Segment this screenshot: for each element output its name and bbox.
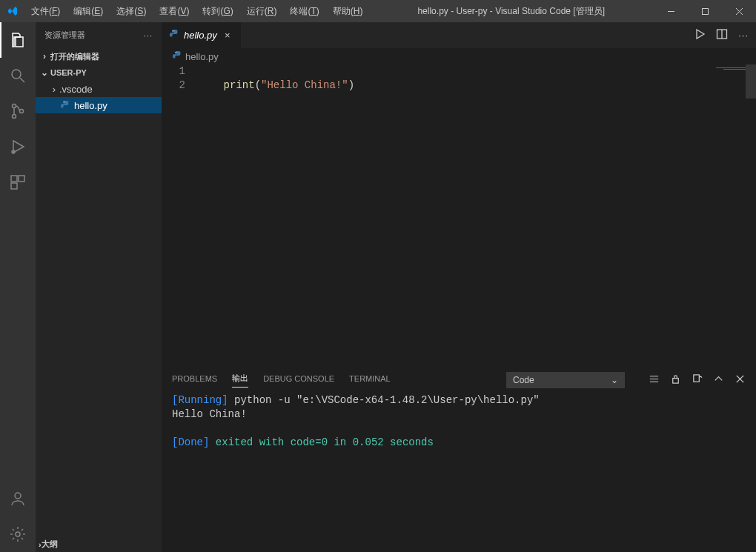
sidebar-more-icon[interactable]: ··· [144,31,153,40]
open-editors-section[interactable]: › 打开的编辑器 [36,48,162,64]
menu-help[interactable]: 帮助(H) [327,0,369,22]
workspace-section[interactable]: ⌄ USER-PY [36,64,162,81]
menu-selection[interactable]: 选择(S) [110,0,152,22]
output-running-tag: [Running] [172,394,228,406]
line-number: 2 [162,79,185,93]
svg-point-12 [173,30,173,31]
word-wrap-icon[interactable] [649,373,660,386]
svg-rect-16 [694,375,700,382]
breadcrumb[interactable]: hello.py [162,48,756,64]
output-done-tag: [Done] [172,436,209,448]
menu-terminal[interactable]: 终端(T) [284,0,325,22]
more-actions-icon[interactable]: ··· [738,30,749,41]
activity-explorer-icon[interactable] [0,22,36,58]
output-time: 0.052 [353,436,384,448]
python-file-icon [172,50,182,63]
file-tree: › .vscode hello.py [36,81,162,113]
tree-file-hello-py[interactable]: hello.py [36,97,162,113]
panel-close-icon[interactable] [735,373,746,386]
output-running-cmd: python -u "e:\VSCode-x64-1.48.2\User-py\… [228,394,540,406]
svg-point-3 [13,115,16,119]
svg-point-9 [15,493,21,499]
split-editor-icon[interactable] [716,28,728,42]
lock-scroll-icon[interactable] [670,373,681,386]
editor-scrollbar[interactable] [746,64,756,367]
svg-point-10 [16,532,20,536]
line-number-gutter: 1 2 [162,64,199,367]
window-title: hello.py - User-py - Visual Studio Code … [368,5,654,18]
chevron-right-icon: › [49,84,59,95]
breadcrumb-label: hello.py [185,51,219,62]
window-controls [654,0,756,22]
activity-search-icon[interactable] [0,58,36,93]
menu-bar: 文件(F) 编辑(E) 选择(S) 查看(V) 转到(G) 运行(R) 终端(T… [25,0,368,22]
svg-point-1 [12,70,21,79]
panel-collapse-icon[interactable] [713,373,724,386]
tree-item-label: .vscode [59,84,93,95]
output-panel-body[interactable]: [Running] python -u "e:\VSCode-x64-1.48.… [162,392,756,552]
menu-file[interactable]: 文件(F) [25,0,66,22]
activity-extensions-icon[interactable] [0,164,36,200]
tree-folder-vscode[interactable]: › .vscode [36,81,162,97]
bottom-panel: PROBLEMS 输出 DEBUG CONSOLE TERMINAL Code … [162,367,756,552]
run-file-icon[interactable] [694,28,706,42]
scrollbar-thumb[interactable] [746,64,756,99]
python-file-icon [59,99,71,111]
menu-view[interactable]: 查看(V) [153,0,195,22]
activity-source-control-icon[interactable] [0,93,36,129]
clear-output-icon[interactable] [692,373,703,386]
chevron-down-icon: ⌄ [39,67,50,78]
chevron-down-icon: ⌄ [611,375,618,385]
minimap[interactable] [701,67,746,72]
panel-tab-debug-console[interactable]: DEBUG CONSOLE [263,374,334,386]
vscode-app-icon [0,5,25,17]
activity-bar [0,22,36,552]
window-maximize-button[interactable] [688,0,722,22]
tab-label: hello.py [184,30,217,41]
panel-tab-terminal[interactable]: TERMINAL [349,374,391,386]
window-close-button[interactable] [722,0,756,22]
editor-tab-hello-py[interactable]: hello.py × [162,22,242,48]
output-text: seconds [384,436,434,448]
title-bar: 文件(F) 编辑(E) 选择(S) 查看(V) 转到(G) 运行(R) 终端(T… [0,0,756,22]
output-stdout: Hello China! [172,408,247,420]
panel-tab-output[interactable]: 输出 [232,373,248,388]
menu-run[interactable]: 运行(R) [241,0,283,22]
editor-tab-bar: hello.py × ··· [162,22,756,48]
output-exit-code: code=0 [291,436,328,448]
output-text: exited with [209,436,290,448]
svg-rect-0 [702,8,708,14]
python-file-icon [169,29,179,41]
code-lines[interactable]: print("Hello China!") [199,64,756,367]
panel-tab-bar: PROBLEMS 输出 DEBUG CONSOLE TERMINAL Code … [162,368,756,392]
activity-settings-icon[interactable] [0,516,36,552]
menu-edit[interactable]: 编辑(E) [67,0,109,22]
menu-go[interactable]: 转到(G) [196,0,239,22]
output-text: in [328,436,353,448]
select-value: Code [513,375,534,385]
outline-section[interactable]: › 大纲 [36,536,162,552]
chevron-right-icon: › [39,51,50,61]
svg-point-11 [64,102,64,102]
svg-rect-8 [11,183,17,189]
sidebar-title: 资源管理器 [44,30,85,41]
code-editor[interactable]: 1 2 print("Hello China!") [162,64,756,367]
explorer-sidebar: 资源管理器 ··· › 打开的编辑器 ⌄ USER-PY › .vscode h… [36,22,162,552]
tree-item-label: hello.py [74,100,107,111]
svg-point-2 [13,104,16,108]
panel-tab-problems[interactable]: PROBLEMS [172,374,217,386]
window-minimize-button[interactable] [654,0,688,22]
svg-rect-6 [11,176,17,182]
activity-accounts-icon[interactable] [0,481,36,516]
editor-actions: ··· [686,22,756,48]
svg-point-14 [176,51,176,52]
svg-rect-15 [673,379,679,384]
svg-rect-7 [19,176,24,182]
svg-point-4 [20,110,24,113]
activity-run-debug-icon[interactable] [0,129,36,164]
tab-close-icon[interactable]: × [222,30,233,41]
output-channel-select[interactable]: Code ⌄ [506,372,625,388]
line-number: 1 [162,64,185,79]
